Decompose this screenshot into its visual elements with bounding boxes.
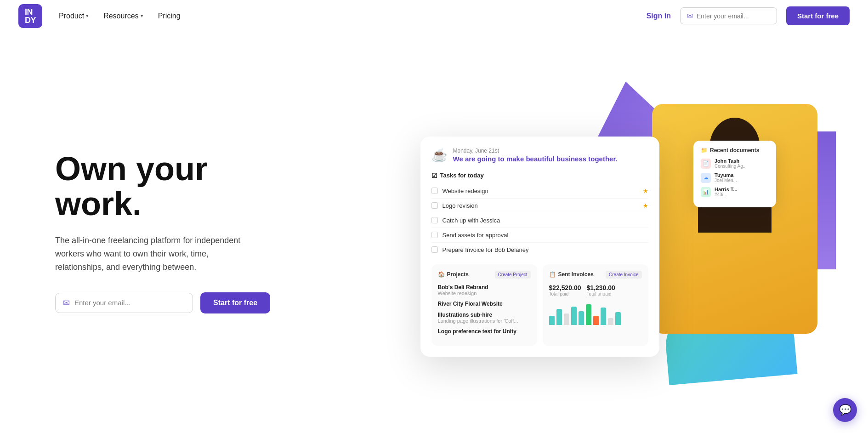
project-item-3: Illustrations sub-hire Landing page illu… — [438, 312, 531, 324]
nav-email-input[interactable] — [697, 12, 770, 20]
resources-chevron-icon: ▾ — [141, 13, 143, 19]
tasks-label: ☑ Tasks for today — [431, 172, 648, 179]
hero-email-wrap[interactable]: ✉ — [55, 293, 193, 313]
nav-product[interactable]: Product ▾ — [59, 12, 89, 20]
dashboard-greeting-row: ☕ Monday, June 21st We are going to make… — [431, 148, 648, 163]
tasks-icon: ☑ — [431, 172, 437, 179]
doc-item: 📄 John Tash Consulting Ag... — [701, 158, 769, 169]
invoices-icon: 📋 — [549, 271, 556, 278]
nav-right: Sign in ✉ Start for free — [647, 6, 850, 25]
dashboard-card: ☕ Monday, June 21st We are going to make… — [420, 137, 659, 357]
bar-6 — [586, 304, 591, 325]
dashboard-greeting-text: We are going to make beautiful business … — [453, 155, 618, 163]
star-icon-1: ★ — [643, 188, 648, 194]
coffee-icon: ☕ — [431, 148, 448, 163]
chat-bubble-button[interactable]: 💬 — [833, 398, 857, 422]
nav-start-button[interactable]: Start for free — [786, 6, 850, 25]
hero-section: Own your work. The all-in-one freelancin… — [0, 32, 868, 433]
nav-pricing[interactable]: Pricing — [158, 12, 181, 20]
hero-title: Own your work. — [55, 152, 276, 221]
invoices-panel-title: 📋 Sent Invoices — [549, 271, 594, 278]
task-checkbox-3[interactable] — [431, 217, 438, 223]
hero-email-input[interactable] — [74, 299, 185, 307]
doc-icon-red: 📄 — [701, 159, 711, 169]
hero-start-button[interactable]: Start for free — [200, 292, 270, 313]
invoice-bar-chart — [549, 302, 642, 325]
project-item-4: Logo preference test for Unity — [438, 328, 531, 335]
dashboard-date: Monday, June 21st — [453, 148, 618, 154]
doc-info-3: Harris T... #43i... — [715, 187, 738, 197]
bar-4 — [571, 307, 577, 325]
bar-9 — [608, 318, 613, 325]
nav-email-wrap[interactable]: ✉ — [680, 7, 777, 24]
nav-email-icon: ✉ — [687, 11, 693, 20]
hero-left: Own your work. The all-in-one freelancin… — [55, 152, 276, 313]
doc-item-2: ☁ Tuyuma Joel Men... — [701, 172, 769, 183]
logo[interactable]: INDY — [18, 4, 42, 28]
task-item-1: Website redesign ★ — [431, 184, 648, 199]
project-item-2: River City Floral Website — [438, 301, 531, 307]
hero-right: 📁 Recent documents 📄 John Tash Consultin… — [276, 95, 831, 370]
create-invoice-button[interactable]: Create Invoice — [606, 271, 641, 279]
nav-resources[interactable]: Resources ▾ — [103, 12, 143, 20]
projects-panel: 🏠 Projects Create Project Bob's Deli Reb… — [431, 264, 537, 346]
dashboard-greeting: Monday, June 21st We are going to make b… — [453, 148, 618, 163]
doc-icon-blue: ☁ — [701, 173, 711, 183]
task-checkbox-2[interactable] — [431, 202, 438, 209]
bar-2 — [556, 309, 562, 325]
doc-info-2: Tuyuma Joel Men... — [715, 172, 737, 183]
total-unpaid-stat: $1,230.00 Total unpaid — [587, 284, 615, 296]
chat-icon: 💬 — [839, 404, 851, 416]
bar-8 — [601, 308, 606, 325]
task-item-5: Prepare Invoice for Bob Delaney — [431, 243, 648, 257]
bar-7 — [593, 316, 599, 325]
projects-icon: 🏠 — [438, 271, 445, 278]
hero-person-image — [652, 104, 817, 334]
task-checkbox-4[interactable] — [431, 232, 438, 238]
signin-link[interactable]: Sign in — [647, 12, 671, 20]
nav-links: Product ▾ Resources ▾ Pricing — [59, 12, 647, 20]
dashboard-bottom-row: 🏠 Projects Create Project Bob's Deli Reb… — [431, 264, 648, 346]
task-checkbox-5[interactable] — [431, 246, 438, 253]
recent-docs-card: 📁 Recent documents 📄 John Tash Consultin… — [693, 141, 776, 207]
bar-3 — [564, 313, 569, 325]
docs-icon: 📁 — [701, 147, 708, 154]
doc-item-3: 📊 Harris T... #43i... — [701, 187, 769, 197]
task-item-2: Logo revision ★ — [431, 199, 648, 213]
tasks-list: Website redesign ★ Logo revision ★ Catch… — [431, 184, 648, 257]
create-project-button[interactable]: Create Project — [495, 271, 531, 279]
task-item-3: Catch up with Jessica — [431, 213, 648, 228]
product-chevron-icon: ▾ — [86, 13, 89, 19]
doc-info: John Tash Consulting Ag... — [715, 158, 747, 169]
bar-5 — [579, 311, 584, 325]
task-checkbox-1[interactable] — [431, 188, 438, 194]
bar-1 — [549, 316, 555, 325]
navbar: INDY Product ▾ Resources ▾ Pricing Sign … — [0, 0, 868, 32]
total-paid-stat: $22,520.00 Total paid — [549, 284, 581, 296]
projects-panel-title: 🏠 Projects — [438, 271, 469, 278]
logo-text: INDY — [25, 8, 36, 24]
invoices-panel: 📋 Sent Invoices Create Invoice $22,520.0… — [543, 264, 648, 346]
recent-docs-title: 📁 Recent documents — [701, 147, 769, 154]
hero-subtitle: The all-in-one freelancing platform for … — [55, 234, 248, 273]
project-item-1: Bob's Deli Rebrand Website redesign — [438, 284, 531, 296]
task-item-4: Send assets for approval — [431, 228, 648, 243]
hero-email-icon: ✉ — [63, 298, 70, 308]
bar-10 — [615, 312, 621, 325]
projects-panel-header: 🏠 Projects Create Project — [438, 271, 531, 279]
invoices-panel-header: 📋 Sent Invoices Create Invoice — [549, 271, 642, 279]
star-icon-2: ★ — [643, 202, 648, 209]
invoice-stats: $22,520.00 Total paid $1,230.00 Total un… — [549, 284, 642, 296]
hero-cta: ✉ Start for free — [55, 292, 276, 313]
doc-icon-green: 📊 — [701, 187, 711, 197]
